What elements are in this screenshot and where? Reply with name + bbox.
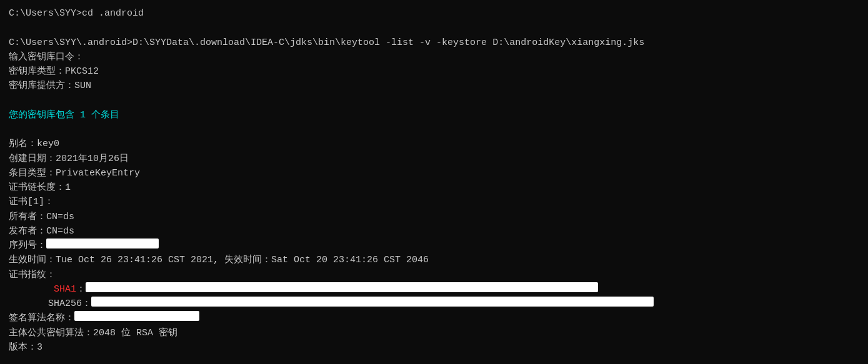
line-fingerprint-label: 证书指纹： (9, 268, 859, 282)
line-cmd2: C:\Users\SYY\.android>D:\SYYData\.downlo… (9, 36, 859, 50)
sha1-label: SHA1 (54, 284, 76, 295)
line-sha256: SHA256： (9, 297, 859, 311)
line-sha1: SHA1： (9, 282, 859, 297)
line-validity: 生效时间：Tue Oct 26 23:41:26 CST 2021, 失效时间：… (9, 253, 859, 267)
line-cmd1: C:\Users\SYY>cd .android (9, 6, 859, 21)
sigalg-redact (74, 311, 199, 321)
terminal-window: C:\Users\SYY>cd .android C:\Users\SYY\.a… (9, 6, 859, 358)
line-owner: 所有者：CN=ds (9, 210, 859, 224)
line-blank2 (9, 94, 859, 108)
line-type1: 密钥库类型：PKCS12 (9, 64, 859, 79)
line-type2: 密钥库提供方：SUN (9, 79, 859, 93)
line-pubkey: 主体公共密钥算法：2048 位 RSA 密钥 (9, 326, 859, 340)
line-issuer: 发布者：CN=ds (9, 224, 859, 239)
line-blank3 (9, 122, 859, 137)
line-cert1: 证书[1]： (9, 195, 859, 209)
line-blank1 (9, 21, 859, 35)
line-count: 您的密钥库包含 1 个条目 (9, 108, 859, 122)
line-serial: 序列号： (9, 239, 859, 253)
line-chainlen: 证书链长度：1 (9, 180, 859, 195)
line-date: 创建日期：2021年10月26日 (9, 152, 859, 166)
line-entrytype: 条目类型：PrivateKeyEntry (9, 166, 859, 180)
line-version: 版本：3 (9, 340, 859, 355)
line-sigalg: 签名算法名称： (9, 311, 859, 325)
line-alias: 别名：key0 (9, 137, 859, 151)
line-prompt: 输入密钥库口令： (9, 50, 859, 64)
sha1-redact (86, 282, 598, 292)
sha256-redact (91, 297, 654, 307)
serial-redact (46, 239, 159, 248)
